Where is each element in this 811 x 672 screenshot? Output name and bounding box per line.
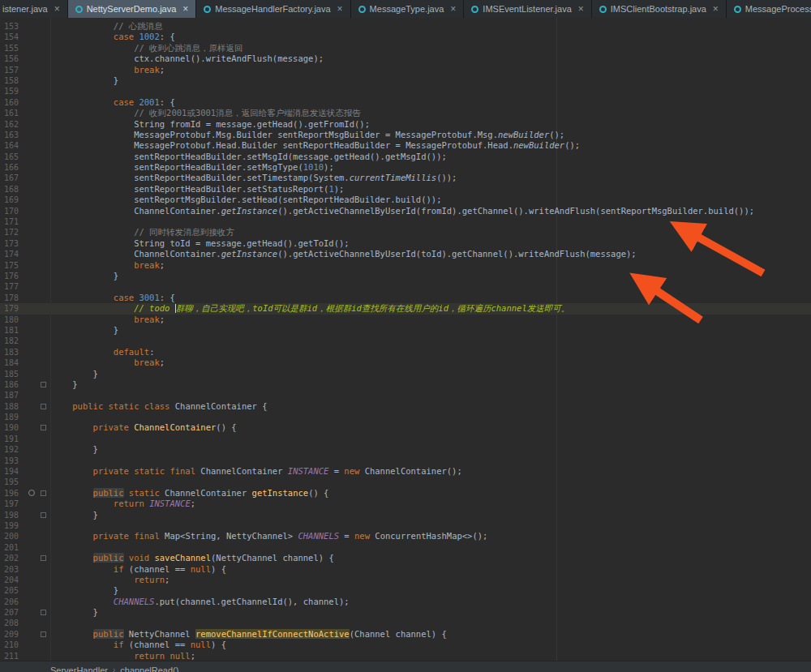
code-text[interactable]	[50, 618, 52, 628]
code-text[interactable]	[50, 434, 52, 444]
code-text[interactable]: // todo 群聊，自己实现吧，toId可以是群id，根据群id查找所有在线用…	[50, 303, 569, 314]
code-text[interactable]: return INSTANCE;	[50, 499, 195, 509]
fold-marker-icon[interactable]	[41, 425, 46, 430]
close-icon[interactable]: ×	[713, 4, 719, 14]
code-text[interactable]: case 1002: {	[50, 32, 175, 42]
fold-marker-icon[interactable]	[41, 512, 46, 518]
gutter-icon-column	[28, 510, 39, 520]
fold-marker-icon[interactable]	[41, 631, 46, 637]
code-text[interactable]: sentReportHeadBuilder.setMsgType(1010);	[50, 162, 334, 173]
code-text[interactable]: if (channel == null) {	[50, 564, 226, 575]
code-text[interactable]	[50, 477, 52, 487]
code-text[interactable]: private final Map<String, NettyChannel> …	[50, 531, 487, 541]
code-text[interactable]: break;	[50, 357, 165, 368]
code-text[interactable]: case 3001: {	[50, 293, 175, 303]
code-text[interactable]: break;	[50, 260, 165, 271]
code-text[interactable]: // 同时转发消息到接收方	[50, 227, 234, 238]
fold-column	[39, 379, 50, 390]
code-text[interactable]: break;	[50, 315, 165, 325]
code-text[interactable]: if (channel == null) {	[50, 640, 226, 650]
code-text[interactable]: CHANNELS.put(channel.getChannelId(), cha…	[50, 597, 350, 607]
code-token: break	[134, 65, 160, 75]
code-text[interactable]: String toId = message.getHead().getToId(…	[50, 238, 350, 249]
close-icon[interactable]: ×	[578, 4, 584, 14]
code-text[interactable]: private static final ChannelContainer IN…	[50, 466, 462, 477]
code-text[interactable]	[50, 456, 52, 466]
code-text[interactable]: private ChannelContainer() {	[50, 422, 237, 433]
code-line: 163 MessageProtobuf.Msg.Builder sentRepo…	[0, 130, 811, 140]
gutter-icon[interactable]	[28, 490, 35, 496]
code-text[interactable]: }	[50, 379, 78, 390]
gutter-icon-column	[28, 325, 39, 336]
code-text[interactable]: }	[50, 607, 98, 618]
code-text[interactable]: sentReportHeadBuilder.setMsgId(message.g…	[50, 152, 447, 162]
code-text[interactable]: }	[50, 510, 98, 520]
breadcrumb-item[interactable]: ServerHandler	[50, 666, 108, 672]
code-text[interactable]: public NettyChannel removeChannelIfConne…	[50, 629, 447, 640]
code-text[interactable]	[50, 520, 52, 531]
code-text[interactable]	[50, 86, 52, 96]
tab-istener-java[interactable]: istener.java×	[0, 0, 68, 18]
code-text[interactable]: ChannelContainer.getInstance().getActive…	[50, 206, 754, 216]
code-text[interactable]: ctx.channel().writeAndFlush(message);	[50, 54, 324, 64]
tab-messageprocessor-java[interactable]: MessageProcessor.java×	[727, 0, 811, 18]
gutter-icon-column	[28, 260, 39, 271]
code-text[interactable]: // 心跳消息	[50, 21, 163, 32]
gutter-icon-column	[28, 466, 39, 477]
line-number: 171	[0, 216, 28, 227]
code-text[interactable]: public void saveChannel(NettyChannel cha…	[50, 553, 334, 563]
fold-marker-icon[interactable]	[41, 555, 46, 561]
code-text[interactable]: ChannelContainer.getInstance().getActive…	[50, 249, 637, 259]
line-number: 167	[0, 173, 28, 183]
tab-imsclientbootstrap-java[interactable]: IMSClientBootstrap.java×	[592, 0, 727, 18]
tab-nettyserverdemo-java[interactable]: NettyServerDemo.java×	[68, 0, 197, 18]
code-text[interactable]: }	[50, 325, 118, 336]
code-token: public	[93, 488, 124, 498]
tab-messagehandlerfactory-java[interactable]: MessageHandlerFactory.java×	[196, 0, 350, 18]
code-text[interactable]: public static class ChannelContainer {	[50, 401, 268, 412]
close-icon[interactable]: ×	[54, 4, 60, 14]
fold-marker-icon[interactable]	[41, 382, 46, 387]
tab-imseventlistener-java[interactable]: IMSEventListener.java×	[464, 0, 591, 18]
code-text[interactable]: }	[50, 585, 118, 596]
code-text[interactable]: case 2001: {	[50, 97, 175, 108]
code-line: 181 }	[0, 325, 811, 336]
fold-column	[39, 75, 50, 86]
code-text[interactable]	[50, 542, 52, 553]
code-text[interactable]	[50, 336, 52, 346]
code-token: break	[134, 315, 160, 324]
code-text[interactable]	[50, 412, 52, 422]
code-text[interactable]: sentReportHeadBuilder.setTimestamp(Syste…	[50, 173, 457, 183]
gutter-icon-column	[28, 585, 39, 596]
gutter-icon-column	[28, 75, 39, 86]
close-icon[interactable]: ×	[337, 4, 343, 14]
code-text[interactable]: sentReportHeadBuilder.setStatusReport(1)…	[50, 184, 344, 195]
code-token: new	[344, 466, 359, 476]
code-text[interactable]: // 收到心跳消息，原样返回	[50, 43, 243, 54]
code-text[interactable]	[50, 281, 52, 292]
code-text[interactable]: default:	[50, 347, 154, 357]
code-text[interactable]: }	[50, 271, 118, 281]
code-text[interactable]: String fromId = message.getHead().getFro…	[50, 119, 370, 130]
code-text[interactable]	[50, 390, 52, 400]
breadcrumb-item[interactable]: channelRead()	[120, 666, 178, 672]
fold-marker-icon[interactable]	[41, 490, 46, 496]
code-text[interactable]: public static ChannelContainer getInstan…	[50, 488, 328, 499]
code-text[interactable]: sentReportMsgBuilder.setHead(sentReportH…	[50, 195, 441, 205]
fold-marker-icon[interactable]	[41, 610, 46, 615]
code-text[interactable]: // 收到2001或3001消息，返回给客户端消息发送状态报告	[50, 108, 361, 118]
code-text[interactable]: }	[50, 75, 118, 86]
code-text[interactable]: }	[50, 369, 98, 379]
code-line: 185 }	[0, 369, 811, 379]
close-icon[interactable]: ×	[450, 4, 456, 14]
fold-marker-icon[interactable]	[41, 404, 46, 409]
breadcrumb: ServerHandler›channelRead()	[0, 661, 811, 672]
code-text[interactable]: return;	[50, 575, 169, 585]
code-text[interactable]: MessageProtobuf.Msg.Builder sentReportMs…	[50, 130, 564, 140]
close-icon[interactable]: ×	[182, 4, 188, 14]
tab-messagetype-java[interactable]: MessageType.java×	[351, 0, 465, 18]
code-text[interactable]: break;	[50, 65, 165, 75]
code-text[interactable]: MessageProtobuf.Head.Builder sentReportH…	[50, 140, 580, 151]
code-text[interactable]: }	[50, 444, 98, 455]
code-text[interactable]	[50, 216, 52, 227]
